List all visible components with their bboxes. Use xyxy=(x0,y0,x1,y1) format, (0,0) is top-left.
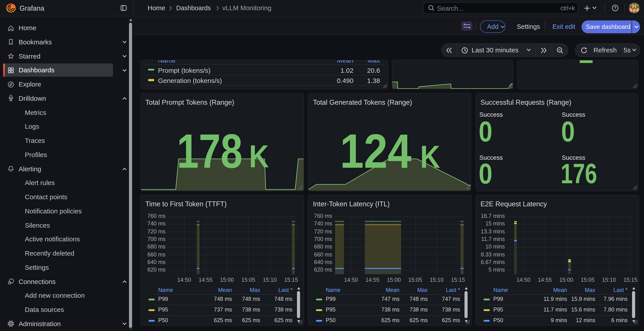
svg-text:?: ? xyxy=(614,6,616,10)
